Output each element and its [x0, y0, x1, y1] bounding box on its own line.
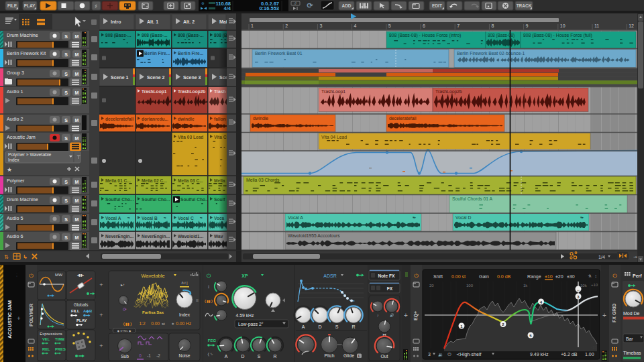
svg-text:S: S [335, 324, 339, 329]
svg-text:S: S [64, 180, 68, 184]
svg-text:1: 1 [251, 23, 254, 28]
svg-text:EQ+: EQ+ [413, 311, 419, 320]
svg-text:Audio 6: Audio 6 [7, 233, 23, 239]
svg-text:❬▮▮❭: ❬▮▮❭ [204, 299, 213, 304]
svg-text:Out: Out [381, 354, 388, 359]
svg-text:Drum Machine: Drum Machine [7, 32, 38, 38]
svg-text:TrashLoop2b: TrashLoop2b [435, 89, 462, 95]
svg-text:🔊: 🔊 [390, 313, 394, 318]
svg-text:4: 4 [354, 23, 357, 28]
svg-text:NeverEngin...: NeverEngin... [105, 234, 133, 239]
svg-text:M: M [75, 235, 79, 240]
svg-text:S: S [64, 52, 68, 57]
svg-text:Berlin Firework Beat 01: Berlin Firework Beat 01 [255, 51, 303, 56]
svg-text:⇥: ⇥ [633, 255, 637, 259]
svg-text:⟳: ⟳ [307, 1, 313, 9]
svg-text:0.00 Hz: 0.00 Hz [176, 321, 191, 326]
svg-text:Polymer: Polymer [7, 178, 25, 184]
svg-text:TrashLoop2b: TrashLoop2b [178, 89, 205, 95]
svg-text:+6.2 dB: +6.2 dB [561, 352, 578, 357]
svg-text:↔: ↔ [576, 288, 580, 292]
svg-text:100: 100 [466, 284, 474, 288]
svg-text:Soulful Cho...: Soulful Cho... [105, 197, 134, 202]
svg-text:▾▸: ▾▸ [413, 215, 417, 219]
svg-text:♪: ♪ [377, 313, 379, 317]
svg-text:Soulful Chords 01 A: Soulful Chords 01 A [452, 196, 493, 201]
svg-text:Vocal A: Vocal A [288, 215, 303, 220]
svg-text:ACOUSTIC JAM: ACOUSTIC JAM [7, 300, 13, 339]
svg-text:↳: ↳ [23, 254, 28, 260]
svg-text:4.59 kHz: 4.59 kHz [236, 313, 254, 318]
svg-text:9.49 kHz: 9.49 kHz [530, 352, 549, 357]
svg-text:3: 3 [319, 23, 322, 28]
svg-text:Index: Index [179, 312, 191, 317]
svg-text:Mella 02 C...: Mella 02 C... [142, 178, 167, 183]
svg-text:NeverEngin...: NeverEngin... [142, 234, 170, 239]
svg-text:S: S [64, 198, 68, 203]
svg-text:Timebas: Timebas [623, 351, 641, 355]
svg-text:+: + [99, 282, 103, 288]
svg-text:▾▸: ▾▸ [580, 215, 584, 219]
svg-text:EDIT: EDIT [432, 3, 442, 8]
svg-text:±10: ±10 [545, 274, 553, 279]
svg-text:POLYMER: POLYMER [29, 304, 34, 326]
svg-text:D: D [241, 354, 245, 359]
svg-text:REL: REL [42, 347, 50, 351]
svg-text:Vocal D: Vocal D [455, 215, 472, 220]
svg-text:ADSR: ADSR [323, 274, 336, 278]
svg-text:⟳: ⟳ [123, 307, 127, 312]
svg-text:Alt. 2: Alt. 2 [183, 19, 195, 24]
svg-text:Audio 2: Audio 2 [7, 116, 23, 122]
svg-text:Berlin Fire...: Berlin Fire... [144, 51, 170, 56]
svg-text:808 (Bass-...: 808 (Bass-... [105, 33, 131, 38]
svg-text:808 (Bass-...: 808 (Bass-... [142, 33, 168, 38]
svg-text:Mella 03 C...: Mella 03 C... [178, 178, 203, 183]
svg-text:⚗: ⚗ [588, 274, 592, 278]
svg-text:Vocal A: Vocal A [105, 216, 121, 221]
svg-text:+: + [99, 343, 103, 349]
svg-text:↺: ↺ [294, 1, 297, 5]
svg-text:▸↑: ▸↑ [121, 283, 125, 287]
svg-text:1:2: 1:2 [139, 321, 145, 326]
svg-text:±20: ±20 [555, 274, 564, 279]
svg-text:FILL: FILL [71, 309, 80, 313]
svg-text:Berlin Fire...: Berlin Fire... [178, 51, 203, 56]
svg-text:L: L [358, 354, 360, 358]
svg-text:dwindle: dwindle [253, 116, 268, 121]
svg-text:+: + [404, 312, 408, 319]
svg-text:11: 11 [594, 23, 599, 28]
svg-text:Mod De: Mod De [623, 311, 640, 316]
svg-text:+: + [602, 312, 606, 319]
svg-text:⏻: ⏻ [29, 273, 34, 279]
svg-text:M: M [75, 118, 79, 123]
svg-text:⇅: ⇅ [4, 254, 9, 260]
svg-text:A◆B: A◆B [83, 309, 93, 313]
svg-text:1.00: 1.00 [585, 352, 594, 357]
svg-text:▾▸: ▾▸ [200, 216, 203, 219]
svg-text:Index: Index [8, 158, 19, 162]
svg-text:Pitch: Pitch [324, 353, 334, 358]
svg-text:Sub: Sub [121, 354, 129, 359]
svg-text:⏻: ⏻ [414, 273, 419, 279]
svg-text:Vocal B: Vocal B [142, 216, 158, 221]
svg-text:Glide: Glide [343, 353, 354, 358]
svg-text:VEL: VEL [42, 337, 50, 341]
svg-text:20: 20 [429, 284, 434, 288]
svg-text:Bar: Bar [626, 337, 633, 341]
svg-text:FX GRID: FX GRID [612, 304, 616, 322]
svg-text:S: S [64, 34, 68, 39]
svg-text:Group 3: Group 3 [7, 70, 24, 76]
svg-text:Scene 3: Scene 3 [183, 75, 201, 80]
svg-text:+: + [17, 315, 20, 322]
svg-text:⋮: ⋮ [15, 273, 19, 277]
svg-text:ℏ ℓ |: ℏ ℓ | [182, 281, 188, 285]
svg-text:Polymer » Wavetable: Polymer » Wavetable [8, 152, 52, 158]
svg-text:Alt. 1: Alt. 1 [147, 19, 158, 24]
svg-text:XP: XP [241, 274, 248, 278]
svg-text:FILE: FILE [7, 3, 17, 8]
svg-text:M: M [75, 136, 79, 141]
svg-text:10: 10 [560, 23, 566, 28]
svg-text:S: S [64, 118, 68, 123]
svg-text:◆ SYNC ◆: ◆ SYNC ◆ [117, 329, 131, 333]
svg-text:9: 9 [526, 23, 529, 28]
